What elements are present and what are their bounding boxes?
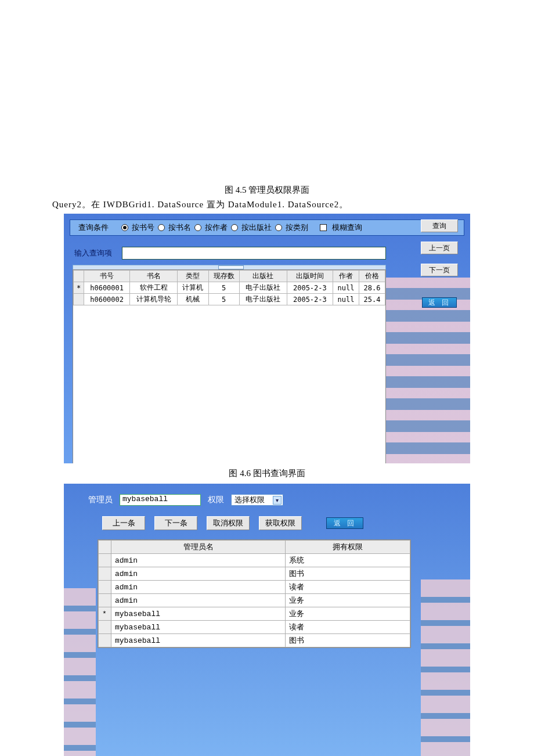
radio-label: 按书号 bbox=[132, 222, 154, 233]
perm-select[interactable]: 选择权限 ▾ bbox=[231, 494, 283, 506]
cell: 28.6 bbox=[359, 282, 385, 294]
row-marker: * bbox=[99, 607, 111, 621]
select-value: 选择权限 bbox=[234, 495, 265, 505]
checkbox-fuzzy[interactable] bbox=[320, 224, 327, 231]
cell: 图书 bbox=[286, 567, 410, 581]
figure-4-5-caption: 图 4.5 管理员权限界面 bbox=[29, 185, 505, 196]
radio-by-author[interactable] bbox=[194, 224, 201, 231]
col-pubdate: 出版时间 bbox=[287, 271, 333, 282]
cell: 电子出版社 bbox=[239, 282, 287, 294]
cell: 5 bbox=[208, 282, 239, 294]
table-row[interactable]: * h0600001 软件工程 计算机 5 电子出版社 2005-2-3 nul… bbox=[74, 282, 385, 294]
chevron-down-icon: ▾ bbox=[273, 496, 282, 505]
col-book-id: 书号 bbox=[84, 271, 130, 282]
cell: mybaseball bbox=[111, 634, 286, 647]
cell: admin bbox=[111, 594, 286, 607]
table-row[interactable]: h0600002 计算机导轮 机械 5 电子出版社 2005-2-3 null … bbox=[74, 294, 385, 305]
cell: 机械 bbox=[178, 294, 208, 305]
col-admin-name: 管理员名 bbox=[111, 541, 286, 554]
row-marker-header bbox=[74, 271, 84, 282]
radio-label: 按书名 bbox=[168, 222, 191, 233]
table-row[interactable]: admin 系统 bbox=[99, 554, 410, 567]
radio-by-book-id[interactable] bbox=[121, 224, 128, 231]
admin-label: 管理员 bbox=[88, 495, 113, 505]
col-author: 作者 bbox=[333, 271, 359, 282]
col-type: 类型 bbox=[178, 271, 208, 282]
decor-right-stripes bbox=[421, 579, 470, 756]
back-button[interactable]: 返 回 bbox=[422, 297, 457, 308]
prev-record-button[interactable]: 上一条 bbox=[102, 516, 145, 530]
cell: 系统 bbox=[286, 554, 410, 567]
query-input[interactable] bbox=[122, 247, 386, 260]
book-grid: 书号 书名 类型 现存数 出版社 出版时间 作者 价格 * h0600001 软 bbox=[73, 269, 386, 463]
col-title: 书名 bbox=[130, 271, 178, 282]
cell: 读者 bbox=[286, 581, 410, 594]
table-header-row: 管理员名 拥有权限 bbox=[99, 541, 410, 554]
cell: 计算机导轮 bbox=[130, 294, 178, 305]
back-button[interactable]: 返 回 bbox=[326, 517, 363, 529]
col-has-perm: 拥有权限 bbox=[286, 541, 410, 554]
col-stock: 现存数 bbox=[208, 271, 239, 282]
grid-empty-area bbox=[73, 305, 385, 463]
perm-table: 管理员名 拥有权限 admin 系统 admin 图书 bbox=[98, 540, 410, 647]
admin-permissions-panel: 管理员 mybaseball 权限 选择权限 ▾ 上一条 下一条 取消权限 获取… bbox=[64, 484, 470, 756]
cell: admin bbox=[111, 567, 286, 581]
radio-by-publisher[interactable] bbox=[231, 224, 238, 231]
perm-grid: 管理员名 拥有权限 admin 系统 admin 图书 bbox=[98, 539, 411, 648]
radio-by-title[interactable] bbox=[158, 224, 165, 231]
admin-input[interactable]: mybaseball bbox=[120, 494, 201, 506]
next-record-button[interactable]: 下一条 bbox=[154, 516, 197, 530]
cell: 计算机 bbox=[178, 282, 208, 294]
cell: admin bbox=[111, 554, 286, 567]
scrollbar-thumb[interactable] bbox=[218, 265, 244, 269]
col-publisher: 出版社 bbox=[239, 271, 287, 282]
radio-by-category[interactable] bbox=[275, 224, 282, 231]
row-marker bbox=[99, 634, 111, 647]
body-text: Query2。在 IWDBGrid1. DataSource 置为 DataMo… bbox=[52, 199, 505, 210]
cell: 25.4 bbox=[359, 294, 385, 305]
row-marker bbox=[99, 621, 111, 634]
condition-label: 查询条件 bbox=[70, 222, 117, 233]
cell: 读者 bbox=[286, 621, 410, 634]
button-row: 上一条 下一条 取消权限 获取权限 返 回 bbox=[102, 516, 363, 530]
col-price: 价格 bbox=[359, 271, 385, 282]
table-row[interactable]: * mybaseball 业务 bbox=[99, 607, 410, 621]
cell: admin bbox=[111, 581, 286, 594]
radio-label: 按出版社 bbox=[241, 222, 272, 233]
grant-button[interactable]: 获取权限 bbox=[259, 516, 302, 530]
cell: mybaseball bbox=[111, 607, 286, 621]
cell: 业务 bbox=[286, 594, 410, 607]
input-label: 输入查询项 bbox=[70, 248, 116, 258]
prev-page-button[interactable]: 上一页 bbox=[421, 242, 458, 254]
book-table: 书号 书名 类型 现存数 出版社 出版时间 作者 价格 * h0600001 软 bbox=[73, 270, 385, 305]
cell: 2005-2-3 bbox=[287, 294, 333, 305]
figure-4-6-caption: 图 4.6 图书查询界面 bbox=[29, 468, 505, 479]
row-marker bbox=[99, 581, 111, 594]
table-row[interactable]: mybaseball 图书 bbox=[99, 634, 410, 647]
book-query-panel: 查询条件 按书号 按书名 按作者 按出版社 按类别 模糊查询 输入查询项 bbox=[64, 214, 470, 463]
table-header-row: 书号 书名 类型 现存数 出版社 出版时间 作者 价格 bbox=[74, 271, 385, 282]
cell: 5 bbox=[208, 294, 239, 305]
revoke-button[interactable]: 取消权限 bbox=[207, 516, 250, 530]
form-row: 管理员 mybaseball 权限 选择权限 ▾ bbox=[88, 494, 283, 506]
row-marker bbox=[99, 567, 111, 581]
row-marker: * bbox=[74, 282, 84, 294]
checkbox-label: 模糊查询 bbox=[332, 222, 362, 233]
table-row[interactable]: admin 业务 bbox=[99, 594, 410, 607]
next-page-button[interactable]: 下一页 bbox=[421, 264, 458, 276]
query-button[interactable]: 查询 bbox=[421, 219, 458, 232]
cell: 电子出版社 bbox=[239, 294, 287, 305]
cell: 软件工程 bbox=[130, 282, 178, 294]
table-row[interactable]: admin 图书 bbox=[99, 567, 410, 581]
table-row[interactable]: mybaseball 读者 bbox=[99, 621, 410, 634]
input-row: 输入查询项 bbox=[70, 243, 464, 264]
condition-row: 查询条件 按书号 按书名 按作者 按出版社 按类别 模糊查询 bbox=[70, 219, 464, 236]
radio-label: 按作者 bbox=[205, 222, 228, 233]
button-stack: 查询 上一页 下一页 返 回 bbox=[419, 219, 460, 308]
perm-label: 权限 bbox=[208, 495, 224, 505]
row-marker bbox=[99, 554, 111, 567]
cell: null bbox=[333, 282, 359, 294]
cell: null bbox=[333, 294, 359, 305]
table-row[interactable]: admin 读者 bbox=[99, 581, 410, 594]
decor-left-stripes bbox=[64, 588, 96, 756]
